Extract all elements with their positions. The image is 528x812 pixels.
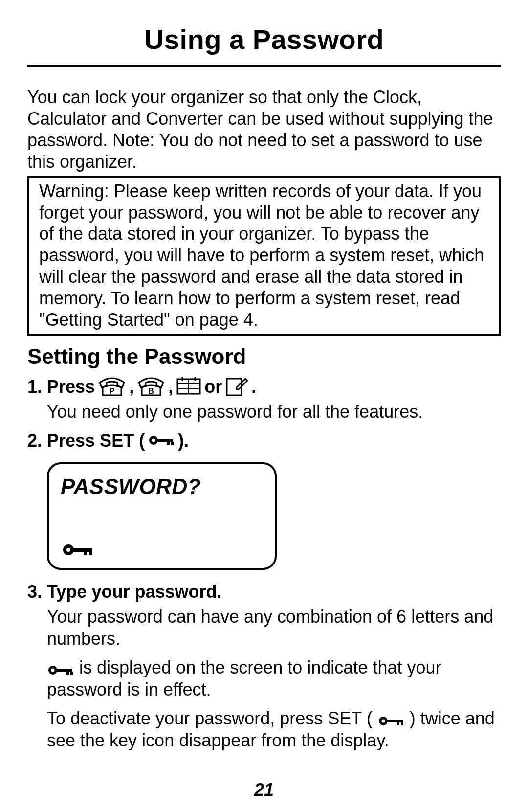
svg-rect-28: [401, 722, 403, 725]
lcd-display: PASSWORD?: [47, 462, 277, 570]
svg-point-20: [51, 668, 55, 672]
svg-text:B: B: [148, 387, 154, 395]
key-icon: [373, 708, 410, 728]
step-1-body: You need only one password for all the f…: [47, 401, 501, 423]
svg-point-10: [152, 439, 155, 442]
step-3-body-1: Your password can have any combination o…: [47, 606, 501, 650]
key-icon: [62, 542, 94, 557]
step-3-body-3: To deactivate your password, press SET (…: [47, 707, 501, 751]
step-3-body-3-a: To deactivate your password, press SET (: [47, 708, 373, 728]
svg-rect-12: [167, 442, 170, 445]
svg-text:P: P: [110, 387, 115, 395]
manual-page: Using a Password You can lock your organ…: [0, 0, 528, 812]
svg-rect-18: [89, 552, 92, 555]
schedule-icon: [176, 377, 201, 396]
page-title: Using a Password: [27, 23, 501, 67]
svg-rect-17: [84, 552, 87, 555]
svg-point-15: [66, 548, 70, 552]
step-3-line: 3. Type your password.: [27, 581, 501, 603]
svg-rect-21: [57, 669, 72, 672]
or-word: or: [204, 376, 222, 398]
page-number: 21: [0, 780, 528, 800]
separator: ,: [129, 376, 134, 398]
svg-rect-13: [171, 442, 174, 445]
phone-b-icon: B: [137, 376, 165, 397]
memo-icon: [225, 376, 248, 397]
key-icon: [47, 657, 79, 677]
section-heading: Setting the Password: [27, 344, 501, 369]
separator: ,: [168, 376, 173, 398]
step-3-body-2: is displayed on the screen to indicate t…: [47, 656, 501, 700]
phone-p-icon: P: [98, 376, 126, 397]
svg-rect-23: [70, 672, 73, 675]
steps-container: 1. Press P , B ,: [27, 376, 501, 751]
svg-rect-27: [397, 722, 399, 725]
warning-box: Warning: Please keep written records of …: [27, 176, 501, 336]
svg-rect-8: [227, 379, 242, 395]
step-1-line: 1. Press P , B ,: [27, 376, 501, 398]
key-icon: [148, 434, 175, 447]
svg-rect-26: [387, 720, 403, 722]
svg-point-25: [381, 719, 385, 722]
svg-rect-22: [66, 672, 69, 675]
step-2-line: 2. Press SET ( ).: [27, 429, 501, 451]
step-1-prefix: 1. Press: [27, 376, 95, 398]
step-1-end: .: [251, 376, 256, 398]
intro-paragraph: You can lock your organizer so that only…: [27, 87, 501, 173]
step-3-body-2-text: is displayed on the screen to indicate t…: [47, 657, 441, 699]
svg-rect-16: [73, 548, 92, 552]
svg-rect-11: [157, 439, 173, 442]
step-2-prefix: 2. Press SET (: [27, 429, 145, 451]
display-prompt: PASSWORD?: [61, 473, 263, 500]
step-2-suffix: ).: [178, 429, 189, 451]
